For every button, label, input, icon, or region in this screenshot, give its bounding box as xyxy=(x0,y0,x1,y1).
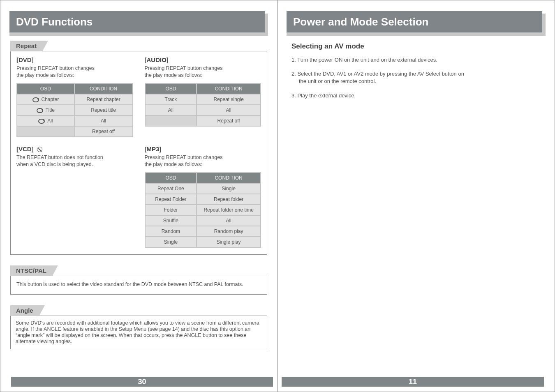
table-row: RandomRandom play xyxy=(146,226,261,236)
section-angle: Angle Some DVD's are recorded with addit… xyxy=(10,305,267,349)
section-repeat: Repeat [DVD] Pressing REPEAT button chan… xyxy=(10,41,267,255)
section-ntsc: NTSC/PAL This button is used to select t… xyxy=(10,265,267,295)
tab-repeat: Repeat xyxy=(10,41,42,51)
heading-audio: [AUDIO] xyxy=(145,56,261,63)
heading-mp3: [MP3] xyxy=(145,145,261,152)
repeat-icon xyxy=(38,119,45,124)
page-title: DVD Functions xyxy=(9,11,265,32)
col-dvd: [DVD] Pressing REPEAT button changes the… xyxy=(16,56,133,137)
page-right: Power and Mode Selection Selecting an AV… xyxy=(278,0,555,392)
table-row: SingleSingle play xyxy=(146,236,261,247)
table-row: Repeat OneSingle xyxy=(146,183,261,194)
page-number-right: 11 xyxy=(282,377,544,387)
angle-body: Some DVD's are recorded with additional … xyxy=(16,320,262,345)
table-row: ShuffleAll xyxy=(146,215,261,226)
prohibit-icon xyxy=(37,147,42,152)
page-title-right: Power and Mode Selection xyxy=(287,11,542,32)
table-mp3: OSD CONDITION Repeat OneSingle Repeat Fo… xyxy=(145,172,261,248)
heading-dvd: [DVD] xyxy=(16,56,133,63)
col-vcd: [VCD] The REPEAT button does not functio… xyxy=(16,145,133,248)
heading-vcd: [VCD] xyxy=(16,145,133,152)
table-row: ChapterRepeat chapter xyxy=(17,94,132,104)
title-banner: DVD Functions xyxy=(9,11,268,36)
page-left: DVD Functions Repeat [DVD] Pressing REPE… xyxy=(0,0,278,392)
heading-select-av: Selecting an AV mode xyxy=(291,42,541,51)
step-1: 1. Turn the power ON on the unit and on … xyxy=(291,56,541,64)
title-banner-right: Power and Mode Selection xyxy=(287,11,546,36)
step-3: 3. Play the external device. xyxy=(291,92,541,99)
tab-angle: Angle xyxy=(10,305,39,316)
table-row: FolderRepeat folder one time xyxy=(146,204,261,215)
table-row: Repeat off xyxy=(146,115,261,126)
table-row: TrackRepeat single xyxy=(146,94,261,104)
ntsc-body: This button is used to select the video … xyxy=(16,281,261,288)
table-dvd: OSD CONDITION ChapterRepeat chapter Titl… xyxy=(16,83,133,137)
col-audio: [AUDIO] Pressing REPEAT button changes t… xyxy=(145,56,261,137)
repeat-icon xyxy=(32,97,39,102)
repeat-icon xyxy=(37,108,43,113)
table-row: Repeat off xyxy=(17,126,132,136)
table-row: TitleRepeat title xyxy=(17,104,132,115)
tab-ntsc: NTSC/PAL xyxy=(10,265,52,276)
table-audio: OSD CONDITION TrackRepeat single AllAll … xyxy=(145,83,261,127)
table-row: Repeat FolderRepeat folder xyxy=(146,194,261,204)
step-2: 2. Select the DVD, AV1 or AV2 mode by pr… xyxy=(291,70,541,85)
table-row: AllAll xyxy=(146,104,261,115)
table-row: AllAll xyxy=(17,115,132,126)
col-mp3: [MP3] Pressing REPEAT button changes the… xyxy=(145,145,261,248)
page-number-left: 30 xyxy=(11,377,273,387)
